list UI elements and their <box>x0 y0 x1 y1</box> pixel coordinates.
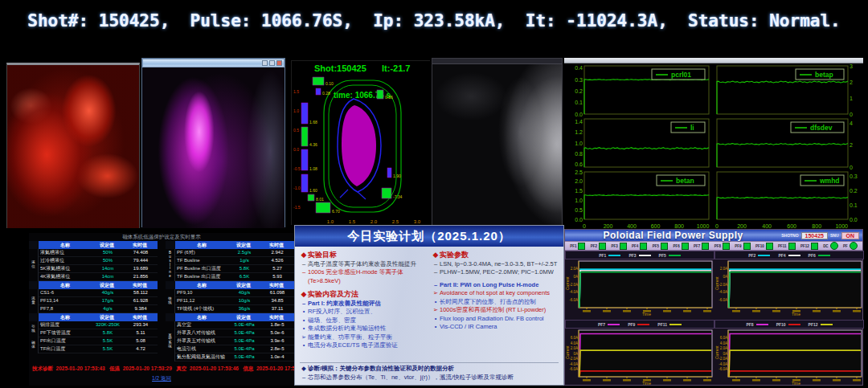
table-header-cell: 实时值 <box>122 281 158 289</box>
svg-text:1.68: 1.68 <box>309 120 317 125</box>
close-icon[interactable] <box>276 60 282 66</box>
svg-text:2.0A: 2.0A <box>571 346 578 350</box>
svg-text:-0.5: -0.5 <box>293 166 301 171</box>
cell-name: 液氦槽液位 <box>39 249 92 257</box>
cell-realtime: 61.098 <box>259 289 294 297</box>
svg-text:1.5: 1.5 <box>349 219 356 224</box>
bullet-icon: • <box>300 325 308 333</box>
plots-window-titlebar[interactable] <box>564 58 863 63</box>
status-light-icon <box>743 243 751 250</box>
plan-item-text: 能量约束、功率平衡、粒子平衡 <box>308 333 392 342</box>
status-light-icon <box>702 243 709 250</box>
svg-text:-2.0A: -2.0A <box>719 357 727 361</box>
pf-panel-title: Poloidal Field Power Supply <box>565 230 781 241</box>
svg-text:li: li <box>690 124 694 132</box>
plan-item: ◆实验内容及方法 <box>300 289 427 300</box>
table-header-cell: 设定值 <box>228 313 259 321</box>
table-row: 外罩及五对传输线5.0E-4Pa3.9e-6 <box>175 337 294 345</box>
svg-text:1.2: 1.2 <box>575 129 583 135</box>
table-row: 氦分配阀箱及氦温传输5.0E-4Pa1.0e-4 <box>175 353 294 361</box>
pf-indicator-pf12: PF12 <box>800 243 818 250</box>
svg-text:Time: Time <box>642 381 651 386</box>
table-row: PF出口温度5.5K5.08 <box>39 337 158 345</box>
cell-setpoint: 5.0E-4Pa <box>228 353 259 361</box>
svg-text:0.3: 0.3 <box>575 77 583 83</box>
plan-item: •Vis-CCD / IR Camera <box>432 323 559 332</box>
table-row: CS1-640g/s58.112 <box>39 289 158 297</box>
svg-text:1.5: 1.5 <box>575 188 583 194</box>
svg-text:2.0: 2.0 <box>371 219 378 224</box>
tables-right-column: 名称设定值实时值BuslinePF (6对)2.5g/s2.942TF Busl… <box>166 241 294 361</box>
svg-text:4.0A: 4.0A <box>720 341 727 345</box>
bullet-icon: ➢ <box>432 306 440 315</box>
cell-name: 铜排温度 <box>39 321 92 329</box>
plan-item: •电流分布及ECE/TS 电子温度验证 <box>300 341 427 350</box>
table-row: TF馈线 (4个馈线)36g/s37.11 <box>175 305 294 313</box>
table-row: 过冷槽液位50%79.444 <box>39 257 158 265</box>
pf-on-button[interactable]: ON <box>841 232 860 239</box>
plan-item-text: 电流分布及ECE/TS 电子温度验证 <box>308 341 398 350</box>
svg-text:0.0: 0.0 <box>850 217 858 223</box>
svg-text:wmhd: wmhd <box>819 177 840 185</box>
pf-indicator-label: PF4 <box>632 244 638 248</box>
svg-text:0.4: 0.4 <box>575 65 583 71</box>
cell-realtime: 21.856 <box>122 273 158 281</box>
plan-item: ◆实验参数 <box>432 250 559 260</box>
cell-realtime: 37.11 <box>259 305 294 313</box>
table-header-cell: 实时值 <box>259 281 294 289</box>
svg-text:-6.0A: -6.0A <box>719 367 727 371</box>
table-header-row: 名称设定值实时值 <box>29 281 158 289</box>
cell-realtime: 34.85 <box>259 297 294 305</box>
table-header-cell: 名称 <box>175 241 228 249</box>
cell-name: 外罩及八对传输线 <box>175 329 228 337</box>
plan-item: –PLHW~1.5MW, PEC~2.0MW; PIC~1.0MW <box>432 268 559 277</box>
pf-legend-pf11: PF11 <box>657 322 682 327</box>
svg-text:-4.0A: -4.0A <box>719 290 727 294</box>
maximize-icon[interactable] <box>269 60 275 66</box>
camera-window-titlebar[interactable] <box>432 59 562 64</box>
plan-item-text: PLHW~1.5MW, PEC~2.0MW; PIC~1.0MW <box>440 268 554 277</box>
svg-text:0.28: 0.28 <box>322 91 330 96</box>
cell-name: 过冷槽液位 <box>39 257 92 265</box>
cell-name: PF7,8 <box>39 305 92 313</box>
svg-text:6.70: 6.70 <box>332 209 340 214</box>
status-light-icon <box>723 243 730 250</box>
svg-text:-7.34: -7.34 <box>393 194 403 199</box>
camera-window-titlebar[interactable] <box>142 59 285 67</box>
table-header-row: 名称设定值实时值 <box>29 313 158 321</box>
plan-item-text: 1000s密度和再循环控制 (RT Li-powder) <box>440 306 546 315</box>
bullet-icon: • <box>432 323 440 332</box>
cell-realtime: 2.942 <box>259 249 294 257</box>
cell-realtime: 1.8e-5 <box>259 321 294 329</box>
cell-name: TF Busline 出口温度 <box>175 273 228 281</box>
bullet-icon: – <box>300 268 308 285</box>
status-light-icon <box>682 243 689 250</box>
tables-pager-link[interactable]: 1/2 返回 <box>29 375 294 382</box>
svg-text:1.5: 1.5 <box>293 89 299 94</box>
table-header-cell: 设定值 <box>228 241 259 249</box>
plot-wmhd: 0.00.10.20.302004006008001000wmhd <box>714 169 863 230</box>
svg-text:0.0: 0.0 <box>575 217 583 223</box>
cell-setpoint: 50% <box>92 257 122 265</box>
plan-item-text: RF投入时序、沉积位置、 <box>308 308 376 317</box>
table-group-label: 馈线 <box>166 289 175 313</box>
pf-indicator-pf5: PF5 <box>653 243 668 250</box>
efit-svg: Shot:150425It:-21.7time: 1066.76 s0.100.… <box>292 61 431 226</box>
svg-text:4.0A: 4.0A <box>571 341 578 345</box>
svg-text:-1.5: -1.5 <box>293 205 301 210</box>
pf-indicator-strip: PF1PF2PF3PF4PF5PF6PF7PF8PF9PF10PF11PF12D… <box>565 242 862 251</box>
status-light-icon <box>850 242 858 250</box>
table-row: 液氦槽液位50%74.408 <box>39 249 158 257</box>
pf-header: Poloidal Field Power Supply SHOTNO 15042… <box>565 230 862 242</box>
table-header-row: 名称设定值实时值 <box>166 313 294 321</box>
pf-indicator-pf1: PF1 <box>570 243 585 250</box>
minimize-icon[interactable] <box>262 60 268 66</box>
svg-text:dfsdev: dfsdev <box>810 124 833 132</box>
plan-item-text: 1000s 完全非感应H-mode 等离子体 (Te>8.5keV) <box>308 268 427 285</box>
svg-text:2.0: 2.0 <box>575 178 583 184</box>
table-header-cell: 名称 <box>39 241 92 249</box>
table-section: 流量CS1-640g/s58.112PF13,1417g/s61.928PF7,… <box>29 289 158 313</box>
pf-indicator-pf4: PF4 <box>632 243 647 250</box>
svg-text:0.1: 0.1 <box>850 202 858 208</box>
bullet-icon: • <box>300 341 308 350</box>
